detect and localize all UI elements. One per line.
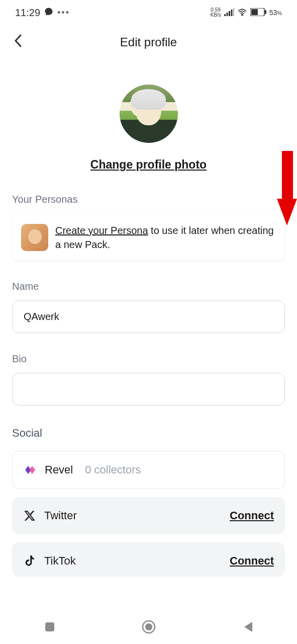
status-time: 11:29 (15, 7, 40, 19)
bio-field-label: Bio (12, 353, 285, 365)
persona-create-card[interactable]: Create your Persona to use it later when… (12, 214, 285, 261)
personas-section-label: Your Personas (12, 194, 285, 205)
tiktok-connect-button[interactable]: Connect (230, 554, 274, 568)
arrow-annotation (277, 151, 297, 226)
svg-rect-10 (45, 622, 54, 631)
tiktok-icon (23, 554, 36, 568)
twitter-name: Twitter (44, 509, 77, 522)
create-persona-link[interactable]: Create your Persona (55, 225, 148, 236)
revel-name: Revel (45, 463, 73, 476)
social-revel-card[interactable]: Revel 0 collectors (12, 451, 285, 489)
revel-icon (24, 463, 37, 476)
persona-create-text: Create your Persona to use it later when… (55, 223, 276, 252)
profile-section: Change profile photo (0, 59, 297, 187)
twitter-connect-button[interactable]: Connect (230, 509, 274, 522)
battery-icon (250, 8, 266, 18)
wifi-icon (237, 8, 247, 18)
system-nav-bar (0, 610, 297, 644)
signal-icon (224, 8, 234, 18)
svg-point-5 (241, 14, 242, 15)
back-button[interactable] (14, 34, 22, 51)
more-icon: ••• (57, 8, 70, 18)
nav-home-button[interactable] (141, 619, 156, 634)
svg-point-12 (145, 623, 152, 630)
svg-rect-4 (233, 8, 234, 16)
name-field-label: Name (12, 281, 285, 292)
svg-rect-8 (265, 10, 266, 14)
svg-rect-2 (229, 11, 230, 16)
name-input[interactable] (12, 300, 285, 333)
persona-sample-avatar (21, 224, 48, 251)
bio-input[interactable] (12, 373, 285, 406)
svg-rect-3 (231, 10, 232, 16)
battery-percent: 53% (269, 9, 282, 17)
social-twitter-card: Twitter Connect (12, 497, 285, 534)
chat-icon (44, 7, 53, 19)
tiktok-name: TikTok (44, 554, 76, 568)
status-bar: 11:29 ••• 0.59 KB/s 53% (0, 0, 297, 25)
social-section-label: Social (12, 427, 285, 440)
nav-back-button[interactable] (240, 619, 255, 634)
svg-rect-0 (224, 14, 226, 16)
twitter-icon (23, 509, 36, 522)
profile-avatar[interactable] (120, 85, 178, 143)
change-photo-link[interactable]: Change profile photo (90, 158, 207, 172)
revel-collectors: 0 collectors (85, 463, 141, 476)
svg-rect-1 (226, 13, 228, 16)
svg-rect-7 (251, 9, 258, 15)
page-title: Edit profile (12, 35, 285, 49)
data-speed: 0.59 KB/s (211, 8, 221, 18)
social-tiktok-card: TikTok Connect (12, 542, 285, 577)
header: Edit profile (0, 25, 297, 59)
nav-recent-button[interactable] (42, 619, 57, 634)
svg-rect-9 (282, 151, 293, 201)
